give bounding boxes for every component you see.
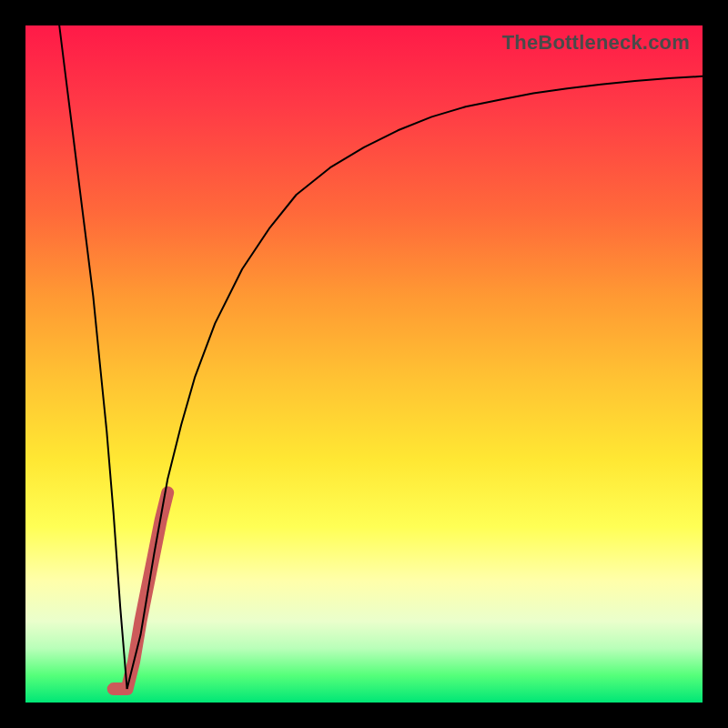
plot-area: TheBottleneck.com	[25, 25, 703, 703]
descending-branch	[59, 25, 126, 689]
ascending-branch	[127, 76, 703, 689]
chart-frame: TheBottleneck.com	[0, 0, 728, 728]
curve-layer	[25, 25, 703, 703]
